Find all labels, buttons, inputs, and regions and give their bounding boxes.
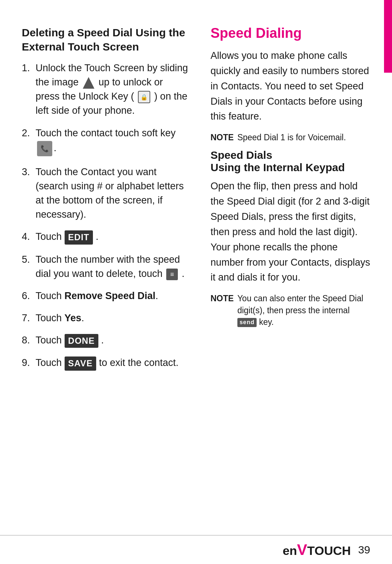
- right-column: Speed Dialing Allows you to make phone c…: [211, 25, 370, 379]
- step-number: 1.: [22, 61, 32, 118]
- list-item: 6. Touch Remove Speed Dial.: [22, 289, 189, 303]
- step-number: 5.: [22, 253, 32, 281]
- step-number: 7.: [22, 311, 32, 325]
- note2-text: You can also enter the Speed Dial digit(…: [237, 293, 370, 328]
- note1-text: Speed Dial 1 is for Voicemail.: [237, 132, 346, 143]
- remove-speed-dial-label: Remove Speed Dial: [65, 290, 156, 301]
- speed-dials-subheading: Speed Dials Using the Internal Keypad: [211, 149, 370, 174]
- note1-block: NOTE Speed Dial 1 is for Voicemail.: [211, 132, 370, 143]
- intro-paragraph: Allows you to make phone calls quickly a…: [211, 48, 370, 124]
- bottom-bar: en V TOUCH 39: [0, 535, 392, 564]
- step-content: Touch Yes.: [36, 311, 189, 325]
- list-item: 8. Touch DONE .: [22, 333, 189, 348]
- note2-block: NOTE You can also enter the Speed Dial d…: [211, 293, 370, 328]
- step-content: Touch the number with the speed dial you…: [36, 253, 189, 281]
- speed-dials-body: Open the flip, then press and hold the S…: [211, 179, 370, 285]
- step-content: Touch DONE .: [36, 333, 189, 348]
- send-key-badge: send: [237, 318, 257, 327]
- left-column: Deleting a Speed Dial Using the External…: [22, 25, 189, 379]
- list-item: 7. Touch Yes.: [22, 311, 189, 325]
- step-content: Touch the Contact you want (search using…: [36, 165, 189, 222]
- note1-label: NOTE: [211, 132, 234, 143]
- heading-line1: Deleting a Speed Dial Using the: [22, 27, 185, 39]
- step-content: Touch SAVE to exit the contact.: [36, 356, 189, 370]
- speed-dialing-heading: Speed Dialing: [211, 25, 370, 41]
- list-item: 4. Touch EDIT .: [22, 230, 189, 244]
- contact-soft-key-icon: [37, 141, 52, 156]
- content-area: Deleting a Speed Dial Using the External…: [22, 25, 370, 379]
- list-item: 3. Touch the Contact you want (search us…: [22, 165, 189, 222]
- list-item: 5. Touch the number with the speed dial …: [22, 253, 189, 281]
- done-button-label: DONE: [65, 334, 98, 348]
- step-number: 8.: [22, 333, 32, 348]
- list-item: 1. Unlock the Touch Screen by sliding th…: [22, 61, 189, 118]
- step-number: 4.: [22, 230, 32, 244]
- yes-label: Yes: [65, 313, 82, 323]
- step-number: 6.: [22, 289, 32, 303]
- accent-bar: [384, 0, 392, 73]
- brand-v: V: [297, 542, 307, 557]
- step-content: Touch the contact touch soft key .: [36, 126, 189, 157]
- step-number: 3.: [22, 165, 32, 222]
- step-content: Touch Remove Speed Dial.: [36, 289, 189, 303]
- brand-en: en: [283, 544, 297, 558]
- save-button-label: SAVE: [65, 356, 97, 371]
- left-section-heading: Deleting a Speed Dial Using the External…: [22, 25, 189, 54]
- heading-line2: External Touch Screen: [22, 41, 139, 53]
- list-item: 2. Touch the contact touch soft key .: [22, 126, 189, 157]
- step-content: Unlock the Touch Screen by sliding the i…: [36, 61, 189, 118]
- note2-text-before: You can also enter the Speed Dial digit(…: [237, 294, 363, 315]
- step-content: Touch EDIT .: [36, 230, 189, 244]
- lock-icon: 🔒: [138, 91, 150, 103]
- steps-list: 1. Unlock the Touch Screen by sliding th…: [22, 61, 189, 371]
- note2-text-after: key.: [259, 317, 274, 327]
- step-number: 2.: [22, 126, 32, 157]
- list-item: 9. Touch SAVE to exit the contact.: [22, 356, 189, 370]
- sub-heading-line2: Using the Internal Keypad: [211, 161, 345, 173]
- sub-heading-line1: Speed Dials: [211, 149, 272, 161]
- brand-touch: TOUCH: [307, 544, 351, 558]
- page-container: Deleting a Speed Dial Using the External…: [0, 0, 392, 564]
- page-number: 39: [358, 544, 370, 556]
- step-number: 9.: [22, 356, 32, 370]
- note2-label: NOTE: [211, 293, 234, 328]
- brand-area: en V TOUCH: [283, 542, 351, 558]
- arrow-up-icon: [83, 77, 94, 89]
- edit-button-label: EDIT: [65, 230, 93, 245]
- menu-icon: [166, 269, 178, 280]
